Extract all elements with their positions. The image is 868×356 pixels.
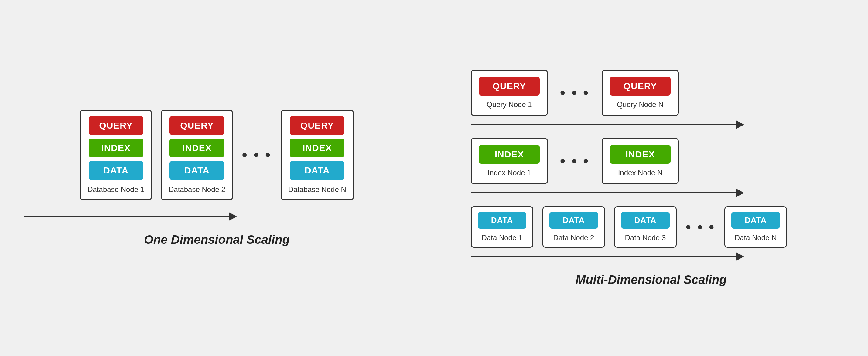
left-nodes-row: QUERY INDEX DATA Database Node 1 QUERY I…: [80, 110, 353, 200]
index-badge-1: INDEX: [89, 139, 143, 157]
data-node-3: DATA Data Node 3: [614, 206, 677, 248]
data-arrow-head: [736, 252, 744, 261]
index-tier-arrow: [471, 189, 744, 197]
db-node-n: QUERY INDEX DATA Database Node N: [281, 110, 354, 200]
index-node-label-n: Index Node N: [618, 169, 663, 177]
query-badge-r1: QUERY: [479, 77, 540, 96]
right-section-title: Multi-Dimensional Scaling: [471, 273, 832, 287]
index-arrow-line: [471, 192, 736, 193]
data-node-n: DATA Data Node N: [724, 206, 787, 248]
query-badge-1: QUERY: [89, 116, 143, 135]
data-badge-r1: DATA: [478, 212, 526, 228]
data-tier-arrow: [471, 252, 744, 261]
query-tier-arrow: [471, 120, 744, 129]
query-badge-2: QUERY: [169, 116, 224, 135]
index-node-label-1: Index Node 1: [488, 169, 531, 177]
node-label-n: Database Node N: [288, 185, 346, 194]
db-node-1: QUERY INDEX DATA Database Node 1: [80, 110, 152, 200]
query-arrow-line: [471, 124, 736, 125]
query-node-1: QUERY Query Node 1: [471, 70, 548, 116]
index-node-1: INDEX Index Node 1: [471, 138, 548, 184]
index-dots: • • •: [560, 152, 589, 169]
data-badge-r2: DATA: [550, 212, 598, 228]
query-arrow-head: [736, 120, 744, 129]
data-node-1: DATA Data Node 1: [471, 206, 533, 248]
query-dots: • • •: [560, 84, 589, 101]
node-label-1: Database Node 1: [88, 185, 144, 194]
data-arrow-line: [471, 256, 736, 257]
index-badge-rn: INDEX: [610, 145, 671, 164]
node-label-2: Database Node 2: [168, 185, 225, 194]
left-arrow-line: [24, 216, 229, 217]
data-node-2: DATA Data Node 2: [542, 206, 605, 248]
data-node-label-3: Data Node 3: [625, 234, 666, 242]
data-badge-n: DATA: [290, 161, 344, 180]
data-badge-1: DATA: [89, 161, 143, 180]
index-tier-row: INDEX Index Node 1 • • • INDEX Index Nod…: [471, 138, 679, 184]
left-arrow-head: [229, 212, 237, 221]
index-arrow-head: [736, 189, 744, 197]
query-badge-n: QUERY: [290, 116, 344, 135]
left-arrow-row: [12, 212, 422, 221]
db-node-2: QUERY INDEX DATA Database Node 2: [161, 110, 233, 200]
data-node-label-1: Data Node 1: [482, 234, 523, 242]
index-badge-r1: INDEX: [479, 145, 540, 164]
index-node-n: INDEX Index Node N: [602, 138, 679, 184]
left-dots: • • •: [242, 146, 272, 163]
data-node-label-n: Data Node N: [735, 234, 777, 242]
query-tier-row: QUERY Query Node 1 • • • QUERY Query Nod…: [471, 70, 679, 116]
index-badge-2: INDEX: [169, 139, 224, 157]
left-arrow: [24, 212, 237, 221]
query-badge-rn: QUERY: [610, 77, 671, 96]
query-node-n: QUERY Query Node N: [602, 70, 679, 116]
left-panel: QUERY INDEX DATA Database Node 1 QUERY I…: [0, 0, 434, 356]
query-node-label-n: Query Node N: [617, 100, 663, 109]
data-dots: • • •: [686, 219, 715, 235]
data-node-label-2: Data Node 2: [553, 234, 594, 242]
left-section-title: One Dimensional Scaling: [144, 233, 290, 247]
right-content: QUERY Query Node 1 • • • QUERY Query Nod…: [446, 64, 856, 293]
data-tier-row: DATA Data Node 1 DATA Data Node 2 DATA D…: [471, 206, 787, 248]
query-node-label-1: Query Node 1: [487, 100, 532, 109]
right-panel: QUERY Query Node 1 • • • QUERY Query Nod…: [434, 0, 868, 356]
data-badge-r3: DATA: [621, 212, 670, 228]
data-badge-rn: DATA: [731, 212, 780, 228]
data-badge-2: DATA: [169, 161, 224, 180]
index-badge-n: INDEX: [290, 139, 344, 157]
